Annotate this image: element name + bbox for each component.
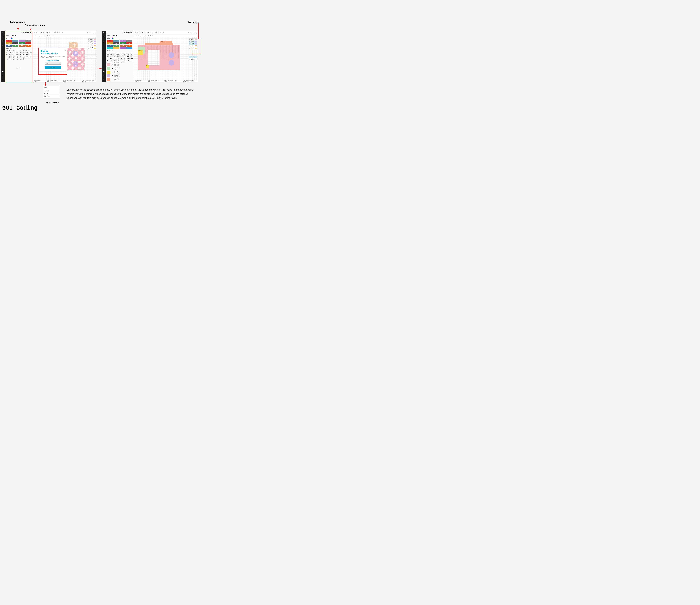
symbol-cell[interactable]: ▲ — [18, 53, 20, 55]
symbol-cell[interactable]: ι — [10, 53, 11, 55]
dropdown-option[interactable]: ANCOR — [43, 89, 60, 92]
tool-shape-icon[interactable]: ▭▾ — [46, 31, 48, 33]
symbol-cell[interactable]: ◉ — [127, 57, 128, 59]
color-swatch[interactable]: 122 — [12, 40, 19, 42]
symbol-cell[interactable]: τ — [114, 56, 115, 57]
symbol-cell[interactable]: - — [118, 52, 119, 54]
layer-row[interactable]: ◉knob 2 — [88, 43, 96, 45]
symbol-cell[interactable]: † — [10, 59, 11, 60]
symbol-cell[interactable]: | — [18, 59, 20, 60]
symbol-cell[interactable]: ⊨ — [7, 59, 8, 60]
symbol-cell[interactable]: , — [117, 52, 118, 54]
symbol-cell[interactable]: 3 — [127, 52, 128, 54]
stitch-tri-icon[interactable]: ◣ — [42, 34, 43, 36]
symbol-cell[interactable]: ○ — [6, 55, 7, 57]
symbol-cell[interactable]: 1 — [124, 52, 125, 54]
color-swatch[interactable] — [120, 47, 126, 49]
nav-icon-2[interactable]: ❄ — [2, 40, 4, 42]
symbol-cell[interactable]: ☼ — [122, 56, 124, 57]
layer-row[interactable]: ◉Original — [88, 56, 96, 58]
symbol-cell[interactable]: B — [30, 50, 31, 51]
symbol-cell[interactable]: | — [118, 57, 119, 59]
symbol-cell[interactable]: φ — [6, 53, 7, 55]
symbol-cell[interactable]: ∇ — [20, 53, 21, 55]
symbol-cell[interactable]: ■ — [15, 55, 16, 57]
symbol-cell[interactable]: ✕ — [111, 57, 112, 59]
symbol-cell[interactable]: ♥ — [18, 55, 20, 57]
symbol-cell[interactable]: ϑ — [15, 51, 16, 53]
symbol-cell[interactable]: κ — [112, 56, 114, 57]
symbol-cell[interactable]: . — [18, 50, 20, 51]
tool-pencil-icon[interactable]: ✎ — [34, 31, 35, 33]
fit-button[interactable]: ⛶ — [93, 74, 96, 77]
tool-ruler-icon[interactable]: ▷ — [144, 31, 146, 33]
symbol-cell[interactable]: ε — [31, 51, 32, 53]
symbol-cell[interactable]: ♣ — [28, 53, 30, 55]
symbol-cell[interactable]: • — [16, 55, 17, 57]
symbol-cell[interactable]: Δ — [6, 51, 7, 53]
symbol-cell[interactable]: I — [13, 51, 14, 53]
symbol-cell[interactable]: § — [114, 61, 115, 63]
symbol-cell[interactable]: ) — [112, 52, 114, 54]
color-swatch[interactable]: 655 — [107, 47, 113, 49]
symbol-cell[interactable]: α — [127, 54, 128, 55]
symbol-cell[interactable]: ⊨ — [108, 61, 109, 63]
eye-icon[interactable]: ◉ — [88, 43, 90, 44]
symbol-cell[interactable]: χ — [28, 51, 30, 53]
symbol-cell[interactable]: © — [119, 59, 121, 61]
symbol-cell[interactable]: ∼ — [26, 57, 27, 59]
symbol-cell[interactable]: ∨ — [28, 57, 30, 59]
tool-copy-icon[interactable]: ⎘ — [138, 31, 138, 33]
tool-copy-icon[interactable]: ⎘ — [36, 31, 37, 33]
thread-row[interactable]: ∩DMC 444Light Yellow — [107, 71, 132, 74]
symbol-cell[interactable]: % — [108, 52, 109, 54]
symbol-cell[interactable]: , — [16, 50, 17, 51]
symbol-cell[interactable]: ∨ — [129, 59, 131, 61]
tool-fill-icon[interactable]: ◆ — [41, 31, 42, 33]
color-swatch[interactable] — [126, 47, 132, 49]
nav-icon-4[interactable]: ↓ — [2, 48, 4, 51]
symbol-cell[interactable]: K — [117, 54, 118, 55]
symbol-cell[interactable]: * — [13, 50, 14, 51]
nav-icon-user[interactable]: ● — [103, 78, 105, 81]
color-swatch[interactable] — [114, 47, 120, 49]
symbol-cell[interactable]: Γ — [111, 54, 112, 55]
symbol-cell[interactable]: τ — [13, 53, 14, 55]
color-swatch[interactable]: 331 — [107, 42, 113, 44]
symbol-cell[interactable]: ◑ — [26, 53, 27, 55]
symbol-cell[interactable]: Γ — [10, 51, 11, 53]
symbol-cell[interactable]: √ — [24, 57, 25, 59]
symbol-cell[interactable]: ◉ — [121, 57, 122, 59]
symbol-cell[interactable]: ☼ — [21, 53, 23, 55]
symbol-cell[interactable]: φ — [107, 56, 108, 57]
layer-row[interactable]: ◉Original — [189, 58, 197, 60]
layer-row[interactable]: ◉thread — [88, 45, 96, 47]
symbol-cell[interactable]: δ — [131, 54, 132, 55]
symbol-cell[interactable]: ∠ — [15, 57, 16, 59]
symbol-cell[interactable]: ∇ — [121, 56, 122, 57]
symbol-cell[interactable]: ■ — [31, 55, 32, 57]
layer-row[interactable]: ◉knob 1 — [189, 41, 197, 43]
color-swatch[interactable]: 401 — [6, 45, 12, 47]
symbol-cell[interactable]: ⬡ — [114, 57, 115, 59]
symbol-cell[interactable]: H — [112, 54, 114, 55]
color-wheel-icon[interactable] — [11, 38, 12, 39]
color-swatch[interactable]: 122 — [114, 40, 120, 42]
nav-icon-save[interactable]: ▣ — [2, 70, 4, 72]
tool-pencil-icon[interactable]: ✎ — [135, 31, 136, 33]
symbol-cell[interactable]: ⊡ — [28, 55, 30, 57]
symbol-cell[interactable]: ⊥ — [109, 61, 111, 63]
symbol-cell[interactable]: ◆ — [9, 55, 10, 57]
close-sidebar-icon[interactable]: × — [6, 31, 6, 33]
nav-icon-4[interactable]: ↓ — [103, 48, 105, 51]
tool-layers-icon[interactable]: ⊞ — [59, 31, 60, 33]
symbol-cell[interactable]: . — [119, 52, 121, 54]
symbol-cell[interactable]: O — [21, 51, 23, 53]
symbol-cell[interactable]: ∈ — [13, 57, 14, 59]
color-swatch[interactable]: 521 — [120, 40, 126, 42]
stitch-x-icon[interactable]: ✕ — [34, 34, 35, 36]
symbol-cell[interactable]: β — [27, 51, 28, 53]
eye-icon[interactable]: ◉ — [189, 56, 191, 57]
symbol-cell[interactable]: √ — [125, 59, 126, 61]
color-swatch[interactable]: 521 — [19, 40, 25, 42]
